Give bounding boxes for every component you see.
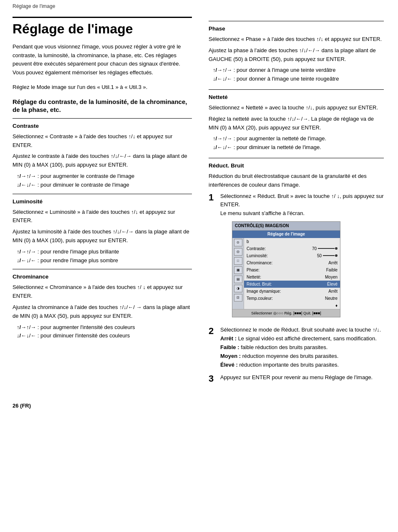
chrominance-arrow2: ↓/←↓/← : pour diminuer l'intensité des c… [17, 332, 192, 340]
luminosite-arrow2: ↓/←↓/← : pour rendre l'image plus sombre [17, 256, 192, 265]
phase-arrow2: ↓/←↓/← : pour donner à l'image une teint… [213, 75, 384, 84]
intro-p1: Pendant que vous visionnez l'image, vous… [13, 43, 192, 77]
nettete-arrow2: ↓/←↓/← : pour diminuer la netteté de l'i… [213, 143, 384, 152]
menu-icon-3: □ [234, 257, 242, 265]
luminosite-p1: Sélectionnez « Luminosité » à l'aide des… [13, 208, 192, 225]
nettete-p1: Sélectionnez « Netteté » avec la touche … [209, 104, 384, 112]
menu-row-b: b [244, 238, 340, 245]
left-column: Réglage de l'image Pendant que vous visi… [8, 13, 200, 398]
subsection-contraste: Contraste Sélectionnez « Contraste » à l… [13, 118, 192, 190]
breadcrumb: Réglage de l'image [0, 0, 398, 13]
menu-row-phase: Phase: Faible [244, 266, 340, 274]
menu-row-arrow: ♦ [244, 302, 340, 309]
menu-row-nettete: Netteté: Moyen [244, 274, 340, 281]
page-title: Réglage de l'image [13, 17, 192, 37]
menu-row-chrominance: Chrominance: Arrêt [244, 259, 340, 266]
menu-rows-col: b Contraste: 70 Luminosité: 50 [244, 238, 340, 309]
menu-row-temp-couleur: Temp.couleur: Neutre [244, 295, 340, 302]
chrominance-p1: Sélectionnez « Chrominance » à l'aide de… [13, 283, 192, 301]
menu-label-bar: Réglage de l'image [232, 231, 340, 238]
nettete-p2: Réglez la netteté avec la touche ↑/↓/←/→… [209, 115, 384, 132]
step-2: 2 Sélectionnez le mode de Réduct. Bruit … [209, 326, 384, 369]
subsection-nettete: Netteté Sélectionnez « Netteté » avec la… [209, 89, 384, 152]
menu-screenshot: CONTRÔLE(S) IMAGE/SON Réglage de l'image… [232, 221, 340, 317]
subsection-luminosite: Luminosité Sélectionnez « Luminosité » à… [13, 194, 192, 265]
menu-row-reduct-bruit: Réduct. Bruit: Élevé [244, 281, 340, 288]
reduct-bruit-intro: Réduction du bruit électrostatique causa… [209, 172, 384, 190]
menu-icons-col: ⊙ ◎ □ ▦ ▤ ◑ ⊡ [232, 238, 244, 309]
menu-row-image-dynamique: Image dynamique: Arrêt [244, 288, 340, 295]
step-1-content: Sélectionnez « Réduct. Bruit » avec la t… [220, 192, 384, 322]
menu-icon-2: ◎ [234, 248, 242, 256]
step-3: 3 Appuyez sur ENTER pour revenir au menu… [209, 373, 384, 384]
phase-p2: Ajustez la phase à l'aide des touches ↑/… [209, 46, 384, 64]
section-main-title: Réglage du contraste, de la luminosité, … [13, 98, 192, 114]
menu-row-luminosite: Luminosité: 50 [244, 252, 340, 259]
subsection-chrominance: Chrominance Sélectionnez « Chrominance »… [13, 269, 192, 340]
menu-title-bar: CONTRÔLE(S) IMAGE/SON [232, 222, 340, 231]
step-3-content: Appuyez sur ENTER pour revenir au menu R… [220, 373, 384, 384]
contraste-p1: Sélectionnez « Contraste » à l'aide des … [13, 132, 192, 150]
chrominance-p2: Ajustez la chrominance à l'aide des touc… [13, 303, 192, 321]
menu-icon-6: ◑ [234, 285, 242, 292]
phase-arrow1: ↑/→↑/→ : pour donner à l'image une teint… [213, 66, 384, 75]
nettete-arrow1: ↑/→↑/→ : pour augmenter la netteté de l'… [213, 134, 384, 143]
menu-bottom-bar: Sélectionner ◎○○○ Rég. [■■■] Quit. [■■■] [232, 309, 340, 317]
subsection-phase: Phase Sélectionnez « Phase » à l'aide de… [209, 21, 384, 84]
menu-icon-1: ⊙ [234, 239, 242, 246]
breadcrumb-text: Réglage de l'image [13, 3, 55, 9]
phase-title: Phase [209, 25, 384, 32]
step-1: 1 Sélectionnez « Réduct. Bruit » avec la… [209, 192, 384, 322]
menu-icon-7: ⊡ [234, 294, 242, 301]
step-1-number: 1 [209, 192, 220, 322]
subsection-reduct-bruit: Réduct. Bruit Réduction du bruit électro… [209, 158, 384, 384]
luminosite-arrow1: ↑/→↑/→ : pour rendre l'image plus brilla… [17, 248, 192, 256]
reduct-bruit-title: Réduct. Bruit [209, 162, 384, 169]
step-2-content: Sélectionnez le mode de Réduct. Bruit so… [220, 326, 384, 369]
step-3-number: 3 [209, 373, 220, 384]
chrominance-title: Chrominance [13, 274, 192, 280]
phase-p1: Sélectionnez « Phase » à l'aide des touc… [209, 35, 384, 44]
menu-row-contraste: Contraste: 70 [244, 245, 340, 252]
nettete-title: Netteté [209, 94, 384, 100]
menu-icon-4: ▦ [234, 266, 242, 274]
intro-p2: Réglez le Mode image sur l'un des « Util… [13, 83, 192, 92]
contraste-arrow2: ↓/←↓/← : pour diminuer le contraste de l… [17, 181, 192, 190]
right-column: Phase Sélectionnez « Phase » à l'aide de… [200, 13, 388, 398]
contraste-p2: Ajustez le contraste à l'aide des touche… [13, 152, 192, 170]
luminosite-title: Luminosité [13, 198, 192, 205]
page-footer: 26 (FR) [0, 398, 398, 413]
chrominance-arrow1: ↑/→↑/→ : pour augmenter l'intensité des … [17, 323, 192, 332]
page-container: Réglage de l'image Pendant que vous visi… [0, 13, 398, 398]
menu-body: ⊙ ◎ □ ▦ ▤ ◑ ⊡ b [232, 238, 340, 309]
menu-icon-5: ▤ [234, 276, 242, 283]
step-2-number: 2 [209, 326, 220, 369]
contraste-arrow1: ↑/→↑/→ : pour augmenter le contraste de … [17, 172, 192, 181]
luminosite-p2: Ajustez la luminosité à l'aide des touch… [13, 228, 192, 245]
contraste-title: Contraste [13, 123, 192, 129]
